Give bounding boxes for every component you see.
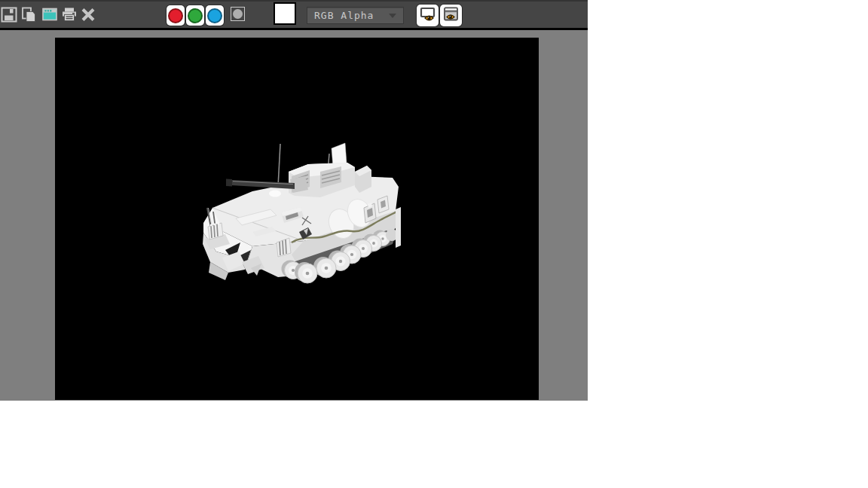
x-close-icon xyxy=(80,6,96,23)
rendered-frame-window: RGB Alpha xyxy=(0,0,588,401)
panel-eye-icon xyxy=(442,6,460,26)
pixel-color-swatch[interactable] xyxy=(274,2,296,25)
toolbar: RGB Alpha xyxy=(0,0,588,30)
rendered-model-image xyxy=(55,38,539,400)
printer-icon xyxy=(61,6,78,23)
clear-button[interactable] xyxy=(80,6,96,23)
render-canvas[interactable] xyxy=(55,38,539,400)
clone-window-icon xyxy=(41,6,58,23)
client-area xyxy=(0,30,588,401)
display-alpha-channel-button[interactable] xyxy=(231,7,245,21)
monitor-eye-icon xyxy=(419,6,436,26)
channel-display-dropdown[interactable]: RGB Alpha xyxy=(307,7,404,24)
save-image-button[interactable] xyxy=(1,6,17,23)
clone-window-button[interactable] xyxy=(41,6,58,23)
channel-display-value: RGB Alpha xyxy=(307,10,374,21)
display-panel-button[interactable] xyxy=(440,5,462,26)
red-channel-icon xyxy=(168,8,183,23)
copy-image-button[interactable] xyxy=(20,6,37,23)
enable-red-channel-button[interactable] xyxy=(167,5,185,26)
copy-pages-icon xyxy=(20,6,37,23)
display-frame-window-button[interactable] xyxy=(417,5,439,26)
enable-blue-channel-button[interactable] xyxy=(206,5,224,26)
print-image-button[interactable] xyxy=(61,6,78,23)
green-channel-icon xyxy=(188,8,203,23)
blue-channel-icon xyxy=(207,8,222,23)
monochrome-button[interactable] xyxy=(250,9,261,20)
chevron-down-icon xyxy=(389,14,396,18)
enable-green-channel-button[interactable] xyxy=(186,5,204,26)
alpha-channel-icon xyxy=(233,9,243,19)
floppy-disk-icon xyxy=(1,6,17,23)
